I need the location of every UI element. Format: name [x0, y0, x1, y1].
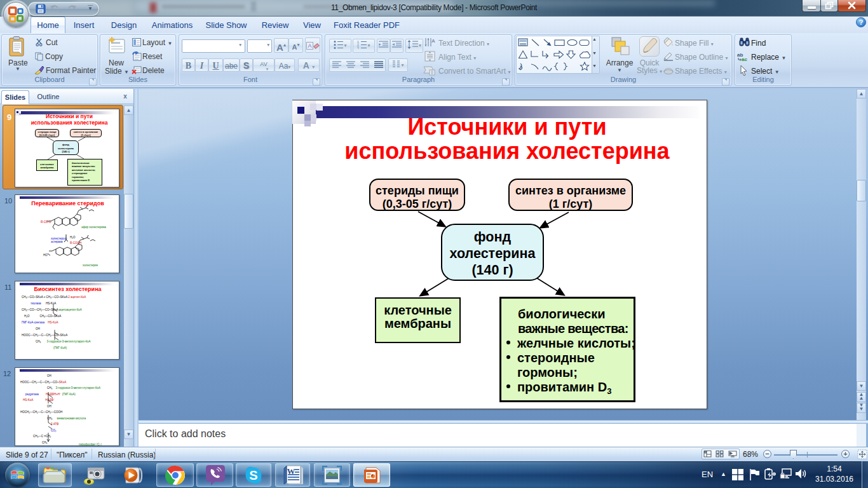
- svg-text:холестерин: холестерин: [83, 264, 98, 267]
- svg-text:▾: ▾: [59, 10, 62, 14]
- svg-text:3: 3: [357, 46, 359, 50]
- svg-text:R-CO-O: R-CO-O: [41, 220, 51, 224]
- svg-text:H₂O: H₂O: [70, 236, 76, 239]
- svg-text:эфир холестерина: эфир холестерина: [81, 226, 106, 229]
- svg-text:ac: ac: [742, 57, 747, 62]
- svg-text:A: A: [431, 38, 435, 44]
- svg-text:HO: HO: [43, 254, 48, 257]
- svg-text:W: W: [287, 466, 295, 476]
- svg-text:пирофосфат (С₅): пирофосфат (С₅): [79, 443, 102, 446]
- svg-text:R-COOH: R-COOH: [70, 241, 81, 245]
- svg-text:эстераза: эстераза: [51, 240, 63, 243]
- svg-text:S: S: [249, 468, 257, 482]
